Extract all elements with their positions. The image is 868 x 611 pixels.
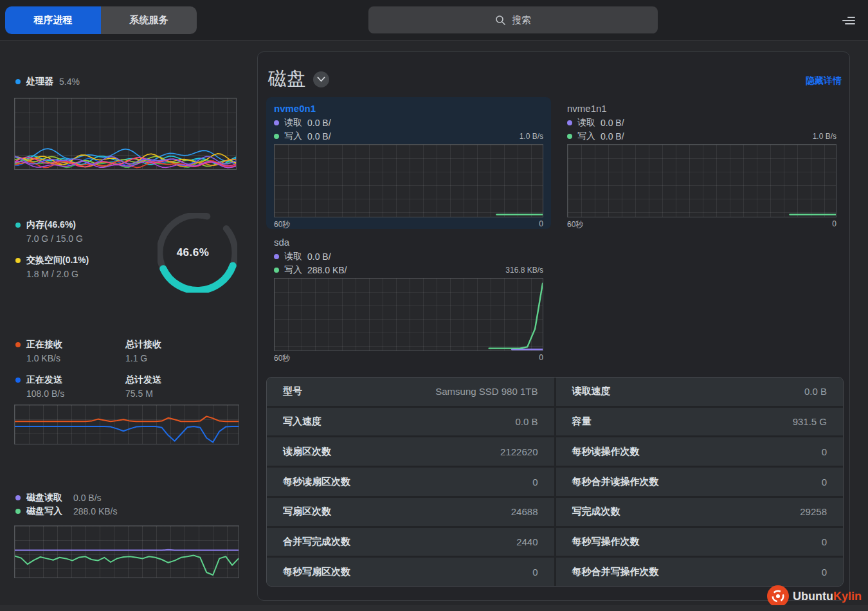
memory-percent: 46.6%	[158, 213, 237, 293]
table-row: 每秒写操作次数0	[556, 526, 844, 556]
table-row-label: 读扇区次数	[283, 446, 331, 458]
x-axis-start: 60秒	[274, 219, 290, 230]
disk-history-lines	[275, 278, 543, 351]
table-row: 每秒读扇区次数0	[267, 466, 554, 496]
disk-read-value: 0.0 B/s	[73, 493, 102, 503]
table-row: 容量931.5 G	[556, 406, 844, 436]
write-label: 写入	[284, 131, 302, 142]
read-dot-icon	[567, 120, 572, 125]
table-row: 写扇区次数24688	[267, 496, 554, 526]
table-row-label: 读取速度	[572, 385, 611, 397]
table-row: 写入速度0.0 B	[267, 406, 554, 436]
page-title: 磁盘	[268, 66, 305, 92]
table-row: 每秒合并写操作次数0	[556, 556, 844, 586]
table-row: 每秒写扇区次数0	[267, 556, 554, 586]
table-row: 读扇区次数2122620	[267, 435, 554, 466]
disk-card-nvme1n1[interactable]: nvme1n1 读取 0.0 B/ 写入 0.0 B/ 1.0 B/s 60秒 …	[559, 97, 844, 229]
write-dot-icon	[274, 268, 279, 273]
disk-card-sda[interactable]: sda 读取 0.0 B/ 写入 288.0 KB/ 316.8 KB/s 60…	[266, 231, 551, 363]
disk-write-label: 磁盘写入	[26, 506, 62, 517]
recv-label: 正在接收	[26, 339, 62, 351]
cpu-label: 处理器	[26, 76, 53, 87]
tab-services[interactable]: 系统服务	[101, 6, 197, 34]
disk-history-lines	[568, 145, 836, 217]
collapse-button[interactable]	[313, 71, 329, 87]
sidebar-item-cpu[interactable]: 处理器 5.4%	[15, 76, 80, 87]
send-dot-icon	[15, 378, 21, 383]
swap-dot-icon	[15, 258, 21, 263]
cpu-chart	[14, 98, 237, 170]
recv-value: 1.0 KB/s	[26, 353, 60, 363]
table-row: 每秒合并读操作次数0	[556, 466, 844, 496]
table-row-value: 0	[822, 446, 827, 457]
disk-history-chart	[274, 278, 543, 351]
disk-name: sda	[274, 237, 543, 248]
sidebar-item-memory[interactable]: 内存(46.6%)	[15, 219, 76, 231]
table-row-value: 931.5 G	[793, 416, 827, 427]
table-row-value: 0.0 B	[804, 386, 827, 397]
network-chart-lines	[15, 405, 239, 444]
x-axis-end: 0	[832, 219, 836, 230]
details-column-left: 型号Samsung SSD 980 1TB写入速度0.0 B读扇区次数21226…	[267, 378, 554, 586]
disk-history-chart	[567, 144, 836, 217]
swap-label: 交换空间(0.1%)	[26, 255, 89, 266]
table-row-label: 写扇区次数	[283, 506, 331, 518]
network-chart	[14, 405, 239, 444]
sidebar-item-swap[interactable]: 交换空间(0.1%)	[15, 255, 89, 266]
read-label: 读取	[577, 117, 595, 129]
write-dot-icon	[567, 134, 572, 139]
disk-name: nvme0n1	[274, 103, 543, 114]
read-value: 0.0 B/	[601, 118, 624, 128]
search-icon	[495, 15, 506, 26]
search-placeholder: 搜索	[512, 14, 531, 26]
read-dot-icon	[274, 120, 279, 125]
disk-io-chart-lines	[15, 526, 239, 578]
table-row-value: 29258	[800, 506, 827, 517]
ubuntukylin-logo: UbuntuKylin	[767, 585, 862, 607]
table-row-value: Samsung SSD 980 1TB	[435, 386, 538, 397]
recv-total-value: 1.1 G	[125, 353, 147, 363]
hamburger-menu-button[interactable]	[842, 15, 856, 26]
table-row-label: 每秒合并读操作次数	[572, 476, 659, 488]
disk-io-chart	[14, 525, 239, 578]
table-row: 型号Samsung SSD 980 1TB	[267, 378, 554, 406]
swap-usage: 1.8 M / 2.0 G	[26, 269, 78, 279]
write-label: 写入	[577, 131, 595, 142]
table-row: 读取速度0.0 B	[556, 378, 844, 406]
send-total-value: 75.5 M	[125, 388, 153, 399]
window-bottom-edge	[0, 605, 868, 611]
disk-history-chart	[274, 144, 543, 217]
write-value: 0.0 B/	[601, 131, 624, 141]
table-row-value: 0.0 B	[515, 416, 538, 427]
read-label: 读取	[284, 251, 302, 262]
disk-write-value: 288.0 KB/s	[73, 506, 118, 516]
tab-processes[interactable]: 程序进程	[5, 6, 101, 34]
table-row-label: 每秒读扇区次数	[283, 476, 350, 488]
send-label: 正在发送	[26, 374, 62, 386]
cpu-dot-icon	[15, 79, 21, 84]
read-value: 0.0 B/	[307, 251, 331, 262]
chart-max-label: 316.8 KB/s	[505, 266, 543, 275]
read-value: 0.0 B/	[307, 118, 331, 128]
table-row-label: 每秒读操作次数	[572, 446, 640, 458]
send-total-label: 总计发送	[125, 374, 161, 386]
disk-card-nvme0n1[interactable]: nvme0n1 读取 0.0 B/ 写入 0.0 B/ 1.0 B/s 60秒 …	[266, 97, 551, 229]
chart-max-label: 1.0 B/s	[520, 132, 543, 141]
table-row-label: 容量	[572, 415, 592, 428]
table-row-label: 每秒写扇区次数	[283, 566, 350, 578]
read-label: 读取	[284, 117, 302, 129]
write-value: 0.0 B/	[307, 131, 331, 141]
write-dot-icon	[274, 134, 279, 139]
hide-details-link[interactable]: 隐藏详情	[806, 75, 842, 87]
tab-group: 程序进程 系统服务	[5, 6, 197, 34]
table-row: 合并写完成次数2440	[267, 526, 554, 556]
disk-write-dot-icon	[15, 509, 21, 514]
memory-dot-icon	[15, 223, 21, 228]
search-input[interactable]: 搜索	[368, 6, 658, 33]
table-row-label: 写完成次数	[572, 506, 620, 518]
table-row: 每秒读操作次数0	[556, 435, 844, 466]
table-row-label: 每秒合并写操作次数	[572, 566, 659, 578]
table-row-label: 每秒写操作次数	[572, 536, 640, 548]
disk-history-lines	[275, 145, 543, 217]
ubuntukylin-badge-icon	[767, 585, 789, 607]
